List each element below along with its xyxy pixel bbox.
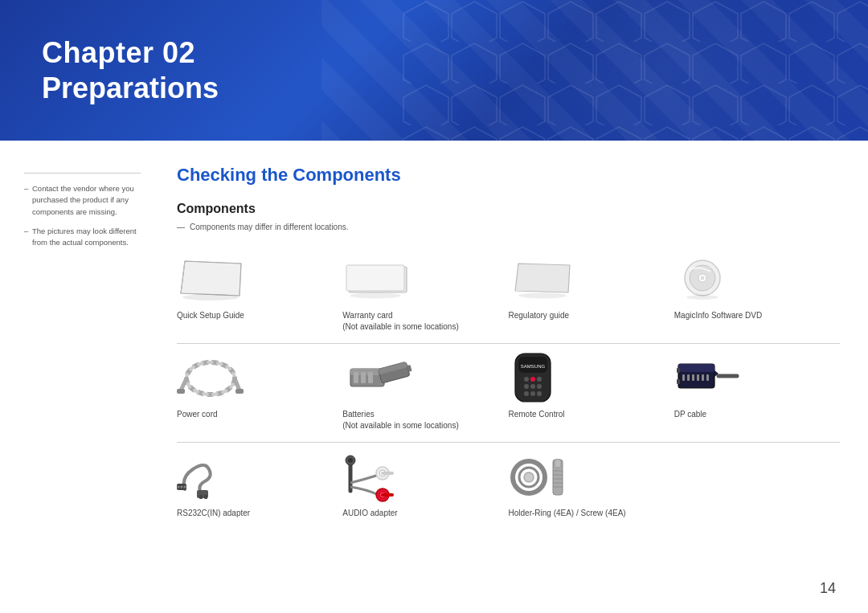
quick-setup-guide-label: Quick Setup Guide	[177, 310, 334, 321]
power-cord-image	[177, 352, 334, 404]
svg-rect-25	[354, 372, 358, 383]
regulatory-guide-image	[509, 253, 666, 305]
svg-rect-55	[199, 495, 203, 499]
component-quick-setup-guide: Quick Setup Guide	[177, 249, 342, 337]
svg-rect-52	[677, 368, 680, 373]
components-note: Components may differ in different locat…	[177, 223, 840, 231]
svg-point-8	[350, 293, 401, 299]
svg-point-15	[686, 295, 719, 300]
svg-point-41	[530, 391, 535, 396]
batteries-image	[342, 352, 500, 404]
svg-point-40	[524, 391, 529, 396]
quick-setup-guide-image	[177, 253, 334, 305]
svg-rect-47	[687, 374, 690, 381]
components-row-3: RS232C(IN) adapter	[177, 447, 840, 529]
svg-rect-50	[702, 374, 704, 381]
power-cord-icon	[177, 354, 245, 403]
dp-cable-image	[674, 352, 832, 404]
component-magicinfo-dvd: MagicInfo Software DVD	[674, 249, 840, 337]
component-remote-control: SAMSUNG Remote C	[509, 348, 674, 435]
svg-rect-26	[361, 372, 366, 383]
svg-rect-1	[402, 0, 868, 141]
component-dp-cable: DP cable	[674, 348, 840, 435]
chapter-label: Chapter 02	[42, 35, 219, 70]
svg-rect-49	[697, 374, 699, 381]
svg-point-35	[530, 377, 535, 382]
svg-point-36	[537, 377, 542, 382]
page-number: 14	[820, 580, 836, 597]
svg-point-59	[181, 485, 183, 488]
main-section: Checking the Components Components Compo…	[157, 165, 868, 533]
component-empty	[674, 447, 840, 523]
magicinfo-dvd-icon	[674, 257, 731, 301]
header-banner: Chapter 02 Preparations	[0, 0, 868, 141]
rs232c-adapter-icon	[177, 453, 241, 501]
svg-point-58	[178, 485, 180, 488]
warranty-card-image	[342, 253, 500, 305]
svg-point-60	[184, 485, 186, 488]
header-title: Chapter 02 Preparations	[42, 35, 219, 104]
dp-cable-icon	[674, 354, 743, 403]
svg-point-39	[537, 384, 542, 389]
remote-control-image: SAMSUNG	[509, 352, 666, 404]
empty-image	[674, 451, 832, 503]
sidebar-divider	[24, 173, 141, 174]
svg-line-18	[181, 378, 186, 390]
warranty-card-icon	[342, 257, 415, 301]
component-regulatory-guide: Regulatory guide	[509, 249, 674, 337]
audio-adapter-icon	[342, 451, 411, 503]
holder-ring-image	[509, 451, 666, 503]
rs232c-adapter-image	[177, 451, 334, 503]
svg-rect-7	[346, 265, 404, 291]
remote-control-label: Remote Control	[509, 409, 666, 420]
content-area: Contact the vendor where you purchased t…	[0, 141, 868, 533]
rs232c-adapter-label: RS232C(IN) adapter	[177, 508, 334, 519]
dp-cable-label: DP cable	[674, 409, 832, 420]
sidebar: Contact the vendor where you purchased t…	[0, 165, 157, 533]
chapter-subtitle: Preparations	[42, 71, 219, 105]
svg-rect-51	[706, 374, 709, 381]
batteries-label: Batteries (Not available in some locatio…	[342, 409, 500, 431]
svg-point-34	[524, 377, 529, 382]
svg-point-10	[518, 293, 567, 299]
sidebar-note-2: The pictures may look different from the…	[24, 226, 141, 249]
svg-point-37	[524, 384, 529, 389]
magicinfo-dvd-label: MagicInfo Software DVD	[674, 310, 832, 321]
subsection-title: Components	[177, 202, 840, 216]
svg-rect-44	[678, 364, 714, 372]
svg-rect-21	[235, 389, 244, 394]
remote-control-icon: SAMSUNG	[509, 352, 557, 404]
svg-rect-20	[177, 389, 185, 394]
svg-rect-46	[682, 374, 685, 381]
svg-rect-27	[368, 372, 373, 383]
warranty-card-label: Warranty card (Not available in some loc…	[342, 310, 500, 333]
component-warranty-card: Warranty card (Not available in some loc…	[342, 249, 508, 337]
svg-line-19	[235, 378, 240, 390]
component-holder-ring: Holder-Ring (4EA) / Screw (4EA)	[509, 447, 674, 523]
svg-rect-74	[555, 460, 561, 468]
svg-marker-9	[515, 264, 570, 292]
regulatory-guide-label: Regulatory guide	[509, 310, 666, 321]
svg-point-42	[537, 391, 542, 396]
component-audio-adapter: AUDIO adapter	[342, 447, 508, 523]
components-row-1: Quick Setup Guide Warranty card (Not ava…	[177, 249, 840, 344]
svg-rect-56	[204, 495, 207, 499]
audio-adapter-label: AUDIO adapter	[342, 508, 500, 519]
power-cord-label: Power cord	[177, 409, 334, 420]
hex-decoration	[402, 0, 868, 141]
svg-text:SAMSUNG: SAMSUNG	[520, 364, 545, 369]
components-row-2: Power cord	[177, 348, 840, 443]
holder-ring-icon	[509, 453, 577, 501]
component-rs232c-adapter: RS232C(IN) adapter	[177, 447, 342, 523]
audio-adapter-image	[342, 451, 500, 503]
component-power-cord: Power cord	[177, 348, 342, 435]
svg-marker-2	[181, 261, 241, 296]
svg-point-5	[182, 294, 239, 300]
sidebar-note-1: Contact the vendor where you purchased t…	[24, 183, 141, 218]
components-all-rows: Quick Setup Guide Warranty card (Not ava…	[177, 249, 840, 533]
svg-point-72	[524, 472, 534, 482]
regulatory-guide-icon	[509, 257, 577, 301]
section-title: Checking the Components	[177, 165, 840, 186]
svg-rect-53	[677, 379, 680, 384]
magicinfo-dvd-image	[674, 253, 832, 305]
